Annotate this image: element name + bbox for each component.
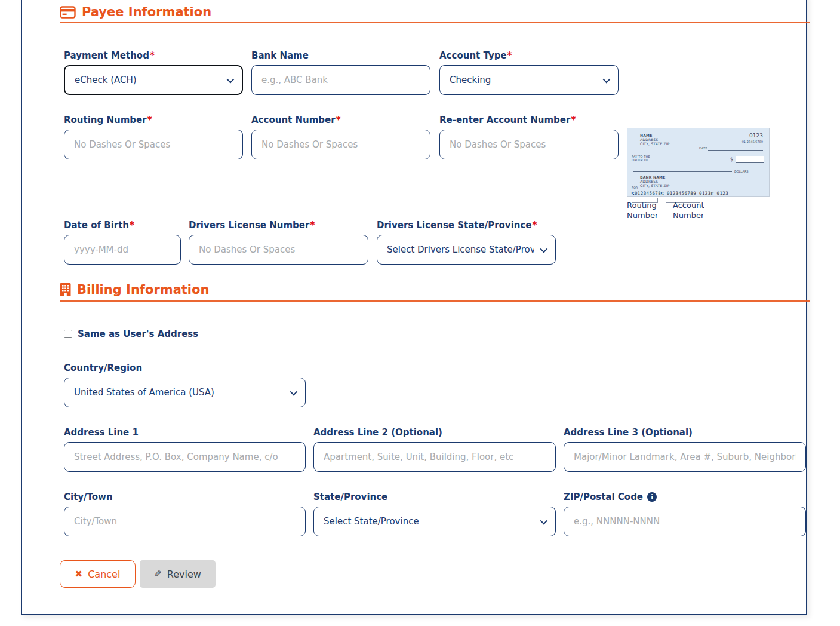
zip-postal-code-field: ZIP/Postal Code xyxy=(564,492,806,536)
drivers-license-state-select[interactable]: Select Drivers License State/Province xyxy=(377,235,556,265)
address-line-2-field: Address Line 2 (Optional) xyxy=(313,427,556,472)
routing-number-label: Routing Number xyxy=(64,115,147,125)
account-type-label: Account Type xyxy=(439,50,507,61)
required-asterisk: * xyxy=(130,220,134,231)
billing-section-divider xyxy=(60,300,810,302)
check-bank-city: CITY, STATE ZIP xyxy=(640,183,670,188)
state-province-field: State/Province Select State/Province xyxy=(313,492,556,536)
bank-name-field: Bank Name xyxy=(251,50,430,95)
address-line-2-input[interactable] xyxy=(313,442,556,472)
check-fraction: 01-2345/6789 xyxy=(742,140,763,143)
address-line-1-label: Address Line 1 xyxy=(64,427,139,438)
check-amount-box xyxy=(736,156,764,163)
required-asterisk: * xyxy=(147,115,152,125)
routing-caption-line1: Routing xyxy=(627,200,658,210)
address-line-3-field: Address Line 3 (Optional) xyxy=(564,427,806,472)
country-region-select[interactable]: United States of America (USA) xyxy=(64,378,306,407)
billing-section-header: Billing Information xyxy=(60,283,209,297)
payee-section-header: Payee Information xyxy=(60,5,211,19)
date-of-birth-input[interactable] xyxy=(64,235,181,265)
cancel-button[interactable]: ✖ Cancel xyxy=(60,560,136,588)
check-payee-line xyxy=(644,162,727,162)
check-for-line xyxy=(638,189,694,189)
state-province-value: Select State/Province xyxy=(324,516,534,527)
date-of-birth-field: Date of Birth * xyxy=(64,220,181,265)
chevron-down-icon xyxy=(540,245,548,253)
check-city-state-zip: CITY, STATE ZIP xyxy=(640,142,670,146)
bank-name-label: Bank Name xyxy=(251,50,309,61)
zip-postal-code-label: ZIP/Postal Code xyxy=(564,492,643,502)
account-number-caption: Account Number xyxy=(673,200,704,220)
check-date-line xyxy=(708,150,763,151)
same-as-user-address-row: Same as User's Address xyxy=(64,329,198,339)
address-line-2-label: Address Line 2 (Optional) xyxy=(313,427,442,438)
drivers-license-state-label: Drivers License State/Province xyxy=(377,220,532,231)
country-region-field: Country/Region United States of America … xyxy=(64,363,306,407)
account-caption-line1: Account xyxy=(673,200,704,210)
city-town-label: City/Town xyxy=(64,492,113,502)
same-as-user-address-checkbox[interactable] xyxy=(64,330,72,338)
cancel-button-label: Cancel xyxy=(88,569,120,580)
x-icon: ✖ xyxy=(75,569,83,579)
account-type-select[interactable]: Checking xyxy=(439,65,619,95)
check-dollar-sign: $ xyxy=(730,157,733,162)
city-town-field: City/Town xyxy=(64,492,306,536)
check-dollars-label: DOLLARS xyxy=(734,170,749,173)
address-line-1-input[interactable] xyxy=(64,442,306,472)
chevron-down-icon xyxy=(540,517,548,524)
account-number-label: Account Number xyxy=(251,115,336,125)
state-province-label: State/Province xyxy=(313,492,387,502)
required-asterisk: * xyxy=(150,50,155,61)
drivers-license-state-value: Select Drivers License State/Province xyxy=(387,244,534,255)
account-number-input[interactable] xyxy=(251,130,430,159)
check-signature-line xyxy=(704,189,764,189)
chevron-down-icon xyxy=(290,388,298,395)
check-date-label: DATE xyxy=(699,146,707,151)
payee-form-page: Payee Information Payment Method * eChec… xyxy=(0,0,840,626)
account-number-field: Account Number * xyxy=(251,115,430,159)
payment-method-field: Payment Method * eCheck (ACH) xyxy=(64,50,243,95)
drivers-license-number-field: Drivers License Number * xyxy=(189,220,368,265)
account-type-value: Checking xyxy=(450,75,597,85)
reenter-account-number-input[interactable] xyxy=(439,130,619,159)
reenter-account-number-field: Re-enter Account Number * xyxy=(439,115,619,159)
bank-name-input[interactable] xyxy=(251,65,430,95)
info-icon[interactable] xyxy=(647,492,657,502)
routing-number-caption: Routing Number xyxy=(627,200,658,220)
country-region-value: United States of America (USA) xyxy=(74,387,284,398)
payee-section-title: Payee Information xyxy=(82,5,211,19)
date-of-birth-label: Date of Birth xyxy=(64,220,129,231)
required-asterisk: * xyxy=(310,220,315,231)
payment-method-select[interactable]: eCheck (ACH) xyxy=(64,65,243,95)
chevron-down-icon xyxy=(603,75,611,83)
reenter-account-number-label: Re-enter Account Number xyxy=(439,115,570,125)
sample-check-image: NAME ADDRESS CITY, STATE ZIP 0123 01-234… xyxy=(627,128,770,197)
form-card: Payee Information Payment Method * eChec… xyxy=(21,0,807,615)
drivers-license-number-input[interactable] xyxy=(189,235,368,265)
check-for-label: FOR xyxy=(632,186,638,189)
review-button-label: Review xyxy=(167,569,201,580)
address-line-3-input[interactable] xyxy=(564,442,806,472)
drivers-license-number-label: Drivers License Number xyxy=(189,220,309,231)
building-icon xyxy=(60,283,71,296)
routing-number-field: Routing Number * xyxy=(64,115,243,159)
drivers-license-state-field: Drivers License State/Province * Select … xyxy=(377,220,556,265)
pencil-icon: ✎ xyxy=(154,569,162,579)
credit-card-icon xyxy=(60,6,76,19)
chevron-down-icon xyxy=(227,75,235,83)
city-town-input[interactable] xyxy=(64,507,306,536)
address-line-3-label: Address Line 3 (Optional) xyxy=(564,427,693,438)
routing-caption-line2: Number xyxy=(627,210,658,220)
check-dollars-line xyxy=(633,171,732,172)
routing-number-input[interactable] xyxy=(64,130,243,159)
account-caption-line2: Number xyxy=(673,210,704,220)
required-asterisk: * xyxy=(507,50,512,61)
payment-method-label: Payment Method xyxy=(64,50,149,61)
zip-postal-code-input[interactable] xyxy=(564,507,806,536)
country-region-label: Country/Region xyxy=(64,363,142,373)
check-number: 0123 xyxy=(749,133,763,139)
review-button[interactable]: ✎ Review xyxy=(140,560,216,588)
billing-section-title: Billing Information xyxy=(77,283,209,297)
required-asterisk: * xyxy=(336,115,341,125)
state-province-select[interactable]: Select State/Province xyxy=(313,507,556,536)
